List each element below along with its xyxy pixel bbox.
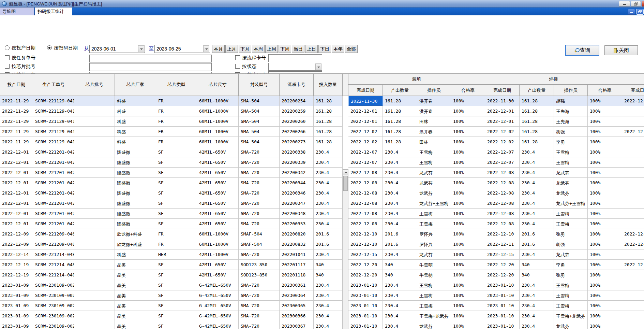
cell[interactable]: 2022-12-20 bbox=[348, 270, 383, 280]
cell[interactable]: 201.6 bbox=[314, 239, 343, 249]
cell[interactable]: 100% bbox=[588, 96, 622, 106]
tab-scan-report-stats[interactable]: 扫码报工统计 bbox=[35, 8, 72, 15]
cell[interactable]: 202200344 bbox=[280, 178, 314, 188]
cell[interactable]: 晶美 bbox=[115, 290, 156, 301]
cell[interactable]: 2022-12-01 bbox=[485, 116, 520, 127]
cell[interactable]: 42MIL-650V bbox=[197, 198, 239, 209]
table-row[interactable]: 2022-12-01SCRW-221201-042隆盛微SF42MIL-650V… bbox=[0, 209, 644, 219]
cell[interactable]: 2022-12-01 bbox=[485, 106, 520, 116]
cell[interactable]: 2022-11-29 bbox=[0, 127, 33, 137]
cell[interactable]: 2022-12- bbox=[622, 260, 644, 270]
cell[interactable]: 202200346 bbox=[280, 188, 314, 198]
cell[interactable]: 161.28 bbox=[520, 116, 554, 127]
cell[interactable] bbox=[74, 147, 115, 157]
table-row[interactable]: 2022-12-01SCRW-221201-042隆盛微SF42MIL-650V… bbox=[0, 188, 644, 198]
cell[interactable]: 100% bbox=[451, 301, 485, 311]
cell[interactable]: 欣龙微+科盛 bbox=[115, 239, 156, 249]
cell[interactable]: 230.4 bbox=[314, 249, 343, 260]
scroll-thumb[interactable] bbox=[343, 176, 348, 191]
cell[interactable]: 340 bbox=[520, 260, 554, 270]
cell[interactable]: 100% bbox=[451, 321, 485, 329]
cell[interactable]: 2023-01-09 bbox=[0, 290, 33, 301]
cell[interactable]: 202201041 bbox=[280, 249, 314, 260]
cell[interactable]: 340 bbox=[383, 260, 417, 270]
cell[interactable]: 202300365 bbox=[280, 301, 314, 311]
cell[interactable]: 2022-12-07 bbox=[348, 157, 383, 168]
cell[interactable]: 2022-11-30 bbox=[485, 96, 520, 106]
cell[interactable] bbox=[74, 270, 115, 280]
cell[interactable]: 201.6 bbox=[520, 229, 554, 239]
cell[interactable]: SCRW-221129-041 bbox=[33, 127, 74, 137]
table-row[interactable]: 2022-12-09SCRW-221209-046欣龙微+科盛FR60MIL-1… bbox=[0, 239, 644, 249]
cell[interactable]: 王雪梅 bbox=[554, 157, 588, 168]
flow-card-input[interactable] bbox=[268, 54, 322, 62]
cell[interactable]: 王雪梅 bbox=[554, 209, 588, 219]
cell[interactable]: 王雪梅 bbox=[417, 290, 451, 301]
cell[interactable]: 161.28 bbox=[383, 106, 417, 116]
cell[interactable]: 100% bbox=[588, 260, 622, 270]
cell[interactable]: 230.4 bbox=[314, 157, 343, 168]
cell[interactable]: 202200273 bbox=[280, 137, 314, 147]
cell[interactable]: SF bbox=[156, 147, 197, 157]
cell[interactable]: 202300367 bbox=[280, 321, 314, 329]
cell[interactable]: 100% bbox=[588, 280, 622, 290]
checkbox-by-chip-lot-label[interactable]: 按芯片批号 bbox=[12, 63, 35, 70]
cell[interactable]: 隆盛微 bbox=[115, 188, 156, 198]
cell[interactable]: SF bbox=[156, 209, 197, 219]
cell[interactable]: 60MIL-1000V bbox=[197, 116, 239, 127]
table-row[interactable]: 2022-12-19SCRW-221214-048晶美SF42MIL-650VS… bbox=[0, 260, 644, 270]
cell[interactable] bbox=[622, 311, 644, 321]
cell[interactable]: 2022-12-08 bbox=[485, 198, 520, 209]
cell[interactable]: FR bbox=[156, 239, 197, 249]
cell[interactable] bbox=[622, 137, 644, 147]
cell[interactable]: 2023-01-09 bbox=[0, 311, 33, 321]
cell[interactable]: 2022-12-20 bbox=[348, 260, 383, 270]
cell[interactable]: SMA-720 bbox=[239, 178, 280, 188]
table-row[interactable]: 2022-11-29SCRW-221129-041科盛FR60MIL-1000V… bbox=[0, 137, 644, 147]
cell[interactable]: 2023-01-10 bbox=[485, 280, 520, 290]
cell[interactable]: 230.4 bbox=[520, 280, 554, 290]
cell[interactable]: 100% bbox=[451, 311, 485, 321]
cell[interactable]: 龙武芬 bbox=[417, 321, 451, 329]
cell[interactable]: SF bbox=[156, 301, 197, 311]
task-no-input[interactable] bbox=[89, 55, 212, 62]
cell[interactable]: SCRW-230109-002 bbox=[33, 290, 74, 301]
cell[interactable]: 100% bbox=[451, 178, 485, 188]
mdi-minimize-button[interactable] bbox=[628, 9, 635, 15]
cell[interactable]: 2022-12- bbox=[622, 229, 644, 239]
cell[interactable]: 2022-12-08 bbox=[348, 178, 383, 188]
cell[interactable]: 张勇 bbox=[554, 229, 588, 239]
cell[interactable]: 340 bbox=[314, 260, 343, 270]
cell[interactable]: 2022-12-15 bbox=[348, 249, 383, 260]
chip-lot-input[interactable] bbox=[89, 63, 212, 71]
cell[interactable]: G-42MIL-650V bbox=[197, 280, 239, 290]
cell[interactable]: 龙武芬 bbox=[417, 188, 451, 198]
cell[interactable]: 隆盛微 bbox=[115, 157, 156, 168]
cell[interactable]: 王雪梅 bbox=[554, 280, 588, 290]
cell[interactable] bbox=[74, 188, 115, 198]
table-row[interactable]: 2022-11-29SCRW-221129-041科盛FR60MIL-1000V… bbox=[0, 96, 644, 106]
cell[interactable]: 230.4 bbox=[383, 168, 417, 178]
cell[interactable]: 100% bbox=[588, 270, 622, 280]
cell[interactable]: SCRW-221214-048 bbox=[33, 270, 74, 280]
cell[interactable]: SF bbox=[156, 260, 197, 270]
cell[interactable]: HER bbox=[156, 249, 197, 260]
cell[interactable]: 2022-12-01 bbox=[0, 147, 33, 157]
cell[interactable]: 230.4 bbox=[520, 209, 554, 219]
cell[interactable]: 2022-11-29 bbox=[0, 116, 33, 127]
cell[interactable]: 龙武芬+王雪梅 bbox=[554, 198, 588, 209]
cell[interactable]: 2023-01-10 bbox=[348, 280, 383, 290]
cell[interactable]: 隆盛微 bbox=[115, 168, 156, 178]
table-row[interactable]: 2023-01-09SCRW-230109-002晶美SFG-42MIL-650… bbox=[0, 301, 644, 311]
checkbox-by-chip-lot[interactable] bbox=[5, 64, 10, 69]
cell[interactable]: 2022-12-08 bbox=[485, 188, 520, 198]
cell[interactable]: 230.4 bbox=[314, 209, 343, 219]
cell[interactable]: 王雪梅 bbox=[417, 280, 451, 290]
cell[interactable] bbox=[622, 321, 644, 329]
cell[interactable]: 42MIL-650V bbox=[197, 219, 239, 229]
cell[interactable]: 340 bbox=[314, 270, 343, 280]
cell[interactable]: 161.28 bbox=[520, 137, 554, 147]
cell[interactable]: 2023-01-10 bbox=[348, 301, 383, 311]
cell[interactable]: 隆盛微 bbox=[115, 178, 156, 188]
cell[interactable]: 龙武芬 bbox=[554, 178, 588, 188]
